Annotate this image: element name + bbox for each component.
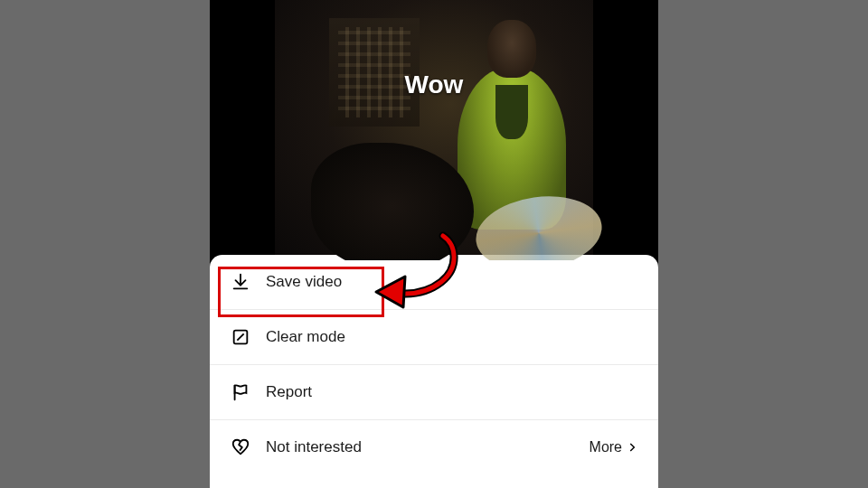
- save-video-item[interactable]: Save video: [210, 255, 658, 310]
- action-sheet: Save video Clear mode Report: [210, 255, 658, 488]
- clear-mode-icon: [230, 326, 251, 348]
- not-interested-label: Not interested: [266, 438, 590, 456]
- letterbox-left: [210, 0, 275, 260]
- video-area[interactable]: Wow: [210, 0, 658, 260]
- clear-mode-label: Clear mode: [266, 328, 638, 346]
- broken-heart-icon: [230, 436, 251, 458]
- scene-hand: [311, 143, 474, 260]
- download-icon: [230, 271, 251, 293]
- not-interested-item[interactable]: Not interested More: [210, 420, 658, 474]
- report-label: Report: [266, 383, 638, 401]
- clear-mode-item[interactable]: Clear mode: [210, 310, 658, 365]
- video-caption: Wow: [405, 70, 464, 99]
- save-video-label: Save video: [266, 273, 638, 291]
- more-label: More: [590, 439, 622, 455]
- flag-icon: [230, 381, 251, 403]
- phone-frame: Wow Save video Clear mode: [210, 0, 658, 488]
- letterbox-right: [593, 0, 658, 260]
- more-button[interactable]: More: [590, 439, 638, 455]
- video-content: [275, 0, 593, 260]
- report-item[interactable]: Report: [210, 365, 658, 420]
- chevron-right-icon: [626, 441, 638, 454]
